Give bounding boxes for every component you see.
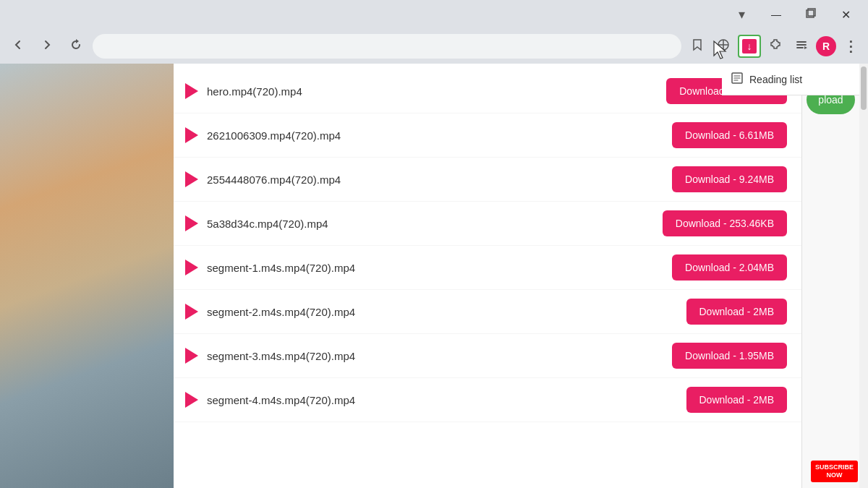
queue-button[interactable] (790, 35, 813, 58)
download-row: segment-1.m4s.mp4(720).mp4Download - 2.0… (174, 246, 801, 290)
toolbar: ↓ R (0, 29, 868, 64)
play-icon[interactable] (185, 171, 198, 187)
scrollbar-track[interactable] (859, 64, 868, 488)
scrollbar-thumb[interactable] (861, 67, 867, 110)
file-name: segment-2.m4s.mp4(720).mp4 (207, 306, 678, 318)
file-name: segment-1.m4s.mp4(720).mp4 (207, 262, 663, 274)
browser-frame: ▾ — ✕ (0, 0, 868, 488)
download-button[interactable]: Download - 1.95MB (672, 343, 787, 369)
download-panel: hero.mp4(720).mp4Download - 13.61MB26210… (174, 64, 801, 488)
file-name: 2621006309.mp4(720).mp4 (207, 129, 663, 142)
forward-icon (41, 38, 54, 54)
more-button[interactable]: ⋮ (839, 35, 862, 58)
play-icon[interactable] (185, 392, 198, 408)
reading-list-label: Reading list (749, 74, 802, 85)
play-icon[interactable] (185, 215, 198, 231)
extensions-button[interactable] (764, 35, 787, 58)
puzzle-icon (768, 38, 783, 56)
download-button[interactable]: Download - 2MB (686, 387, 788, 413)
right-panel: pload (801, 64, 859, 488)
back-icon (12, 38, 25, 54)
more-icon: ⋮ (843, 38, 858, 55)
reading-list-icon (731, 72, 744, 87)
play-icon[interactable] (185, 304, 198, 320)
download-row: 2554448076.mp4(720).mp4Download - 9.24MB (174, 158, 801, 202)
play-icon[interactable] (185, 260, 198, 275)
download-button[interactable]: Download - 9.24MB (672, 166, 787, 192)
profile-dropdown-title-btn[interactable]: ▾ (725, 3, 758, 26)
bookmark-icon (690, 38, 705, 56)
file-name: segment-4.m4s.mp4(720).mp4 (207, 394, 678, 406)
download-row: segment-3.m4s.mp4(720).mp4Download - 1.9… (174, 334, 801, 378)
back-button[interactable] (6, 34, 30, 59)
reading-list-panel: Reading list (722, 64, 859, 95)
refresh-icon (69, 38, 82, 54)
download-row: 5a38d34c.mp4(720).mp4Download - 253.46KB (174, 202, 801, 246)
file-name: 5a38d34c.mp4(720).mp4 (207, 218, 654, 230)
close-button[interactable]: ✕ (829, 3, 862, 26)
minimize-button[interactable]: — (760, 3, 793, 26)
title-bar: ▾ — ✕ (0, 0, 868, 29)
download-row: 2621006309.mp4(720).mp4Download - 6.61MB (174, 114, 801, 158)
download-row: segment-4.m4s.mp4(720).mp4Download - 2MB (174, 378, 801, 422)
maximize-button[interactable] (794, 3, 827, 26)
queue-icon (794, 38, 809, 56)
play-icon[interactable] (185, 348, 198, 364)
download-button[interactable]: Download - 253.46KB (663, 210, 787, 236)
subscribe-badge: SUBSCRIBE NOW (811, 461, 858, 482)
refresh-button[interactable] (64, 34, 88, 59)
profile-button[interactable]: R (816, 36, 836, 56)
maximize-icon (806, 8, 816, 21)
download-button[interactable]: Download - 2.04MB (672, 254, 787, 281)
forward-button[interactable] (35, 34, 59, 59)
toolbar-right: ↓ R (686, 35, 862, 58)
download-button[interactable]: Download - 2MB (686, 299, 788, 325)
background-image-panel (0, 64, 174, 488)
tab-icon (716, 38, 731, 56)
download-button[interactable]: Download - 6.61MB (672, 122, 787, 148)
download-row: segment-2.m4s.mp4(720).mp4Download - 2MB (174, 290, 801, 334)
play-icon[interactable] (185, 83, 198, 99)
tab-button[interactable] (712, 35, 735, 58)
file-name: 2554448076.mp4(720).mp4 (207, 174, 663, 186)
extension-active-button[interactable]: ↓ (738, 35, 761, 58)
play-icon[interactable] (185, 127, 198, 143)
file-name: segment-3.m4s.mp4(720).mp4 (207, 350, 663, 362)
bookmark-button[interactable] (686, 35, 709, 58)
address-bar[interactable] (93, 34, 681, 59)
file-name: hero.mp4(720).mp4 (207, 85, 658, 98)
content-area: hero.mp4(720).mp4Download - 13.61MB26210… (0, 64, 859, 488)
extension-inner-icon: ↓ (742, 39, 757, 53)
download-row: hero.mp4(720).mp4Download - 13.61MB (174, 69, 801, 114)
